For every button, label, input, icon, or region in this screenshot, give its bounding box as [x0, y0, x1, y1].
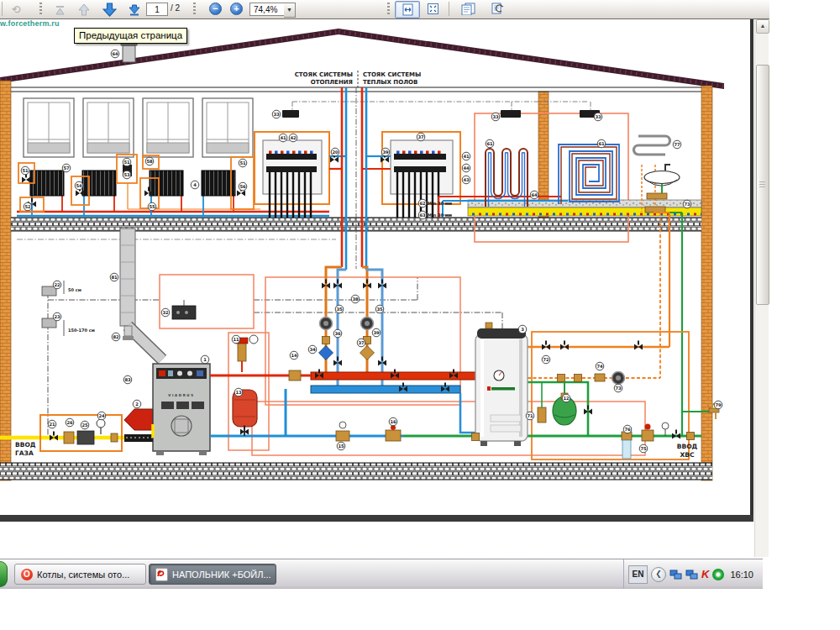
- zoom-out-button[interactable]: −: [209, 3, 222, 15]
- callout-72: 72: [542, 355, 550, 364]
- toolbar-grip[interactable]: [193, 3, 196, 15]
- hide-icons-button[interactable]: ❮: [651, 567, 666, 582]
- svg-text:41: 41: [280, 135, 286, 140]
- taskbar-clock: 16:10: [730, 570, 753, 580]
- svg-text:61: 61: [486, 141, 493, 146]
- svg-text:26: 26: [66, 420, 73, 425]
- first-page-button[interactable]: [49, 1, 71, 18]
- svg-text:ХВС: ХВС: [680, 451, 694, 459]
- svg-text:39: 39: [373, 330, 380, 335]
- svg-text:63: 63: [419, 213, 426, 218]
- svg-text:ТЕПЛЫХ ПОЛОВ: ТЕПЛЫХ ПОЛОВ: [363, 79, 417, 86]
- svg-text:24: 24: [98, 413, 105, 418]
- rotate-view-button[interactable]: [486, 1, 511, 17]
- page-number-input[interactable]: 1: [146, 3, 168, 16]
- network-icon[interactable]: [685, 569, 698, 580]
- svg-text:33: 33: [595, 114, 601, 119]
- svg-text:4: 4: [193, 182, 197, 187]
- network-icon[interactable]: [669, 569, 682, 580]
- taskbar-button-pdf[interactable]: НАПОЛЬНИК +БОЙЛ...: [149, 564, 276, 585]
- callout-44: 44: [462, 164, 470, 172]
- start-button[interactable]: [0, 561, 8, 587]
- callout-12: 12: [562, 394, 570, 402]
- svg-text:3: 3: [521, 327, 524, 332]
- wall-thermostats: 50 см 150-170 см: [42, 281, 95, 336]
- svg-text:ВВОД: ВВОД: [677, 443, 698, 450]
- fit-page-button[interactable]: [422, 1, 444, 17]
- svg-text:13: 13: [235, 390, 242, 395]
- callout-16: 16: [389, 417, 397, 426]
- svg-text:79: 79: [715, 402, 722, 407]
- svg-text:38: 38: [352, 297, 359, 302]
- language-indicator[interactable]: EN: [628, 565, 648, 584]
- next-page-button[interactable]: [96, 1, 123, 18]
- svg-text:57: 57: [63, 165, 70, 171]
- svg-text:74: 74: [596, 364, 603, 369]
- two-pages-icon: [460, 3, 476, 15]
- previous-page-button[interactable]: [72, 1, 96, 18]
- previous-view-button[interactable]: ⟲: [5, 1, 27, 18]
- taskbar-button-browser[interactable]: O Котлы, системы ото...: [14, 564, 146, 585]
- svg-text:71: 71: [527, 413, 533, 418]
- callout-13: 13: [234, 388, 243, 396]
- svg-text:21: 21: [49, 422, 55, 427]
- scroll-up-button[interactable]: ▲: [756, 19, 769, 34]
- callout-4: 4: [191, 181, 199, 189]
- page-display-button[interactable]: [455, 1, 480, 17]
- callout-55: 55: [148, 202, 156, 211]
- fit-width-button[interactable]: [395, 1, 420, 18]
- toolbar-grip[interactable]: [39, 3, 42, 15]
- page-watermark-link: w.forcetherm.ru: [0, 19, 60, 28]
- kaspersky-icon[interactable]: K: [701, 568, 709, 580]
- svg-text:42: 42: [290, 135, 297, 140]
- svg-text:33: 33: [492, 114, 499, 119]
- callout-20: 20: [331, 148, 339, 156]
- svg-text:16: 16: [390, 419, 396, 424]
- svg-text:51: 51: [123, 160, 130, 165]
- svg-text:35: 35: [336, 307, 343, 312]
- taskbar: O Котлы, системы ото... НАПОЛЬНИК +БОЙЛ.…: [0, 559, 763, 589]
- callout-3: 3: [518, 325, 527, 333]
- callout-36: 36: [333, 329, 342, 338]
- task-label: Котлы, системы ото...: [37, 570, 129, 580]
- callout-81: 81: [110, 273, 118, 281]
- pump-station: [210, 267, 645, 455]
- svg-text:36: 36: [334, 331, 341, 336]
- callout-24: 24: [97, 412, 106, 420]
- page-total-label: / 2: [171, 3, 180, 13]
- svg-text:56: 56: [239, 184, 246, 189]
- windows: [24, 98, 253, 157]
- callout-41: 41: [462, 152, 470, 160]
- last-page-button[interactable]: [123, 1, 146, 18]
- svg-text:73: 73: [684, 202, 690, 207]
- svg-text:77: 77: [674, 142, 680, 147]
- water-heater: [472, 323, 528, 446]
- callout-35: 35: [335, 305, 344, 313]
- callout-61: 61: [486, 139, 494, 148]
- svg-text:39: 39: [382, 150, 389, 155]
- down-arrow-icon: [102, 3, 117, 17]
- green-tray-icon[interactable]: [712, 569, 724, 580]
- callout-14: 14: [290, 351, 298, 360]
- zoom-dropdown-button[interactable]: ▼: [284, 3, 296, 18]
- callout-37: 37: [357, 339, 365, 347]
- zoom-level-input[interactable]: 74,4%: [249, 3, 288, 16]
- callout-53: 53: [123, 171, 131, 179]
- toolbar-grip[interactable]: [387, 3, 390, 15]
- acrobat-icon: [155, 568, 168, 581]
- callout-35: 35: [375, 305, 384, 313]
- callout-39: 39: [372, 328, 381, 337]
- zoom-in-button[interactable]: +: [230, 3, 243, 15]
- callout-23: 23: [53, 312, 61, 321]
- callout-26: 26: [66, 418, 74, 427]
- vertical-scrollbar[interactable]: ▲: [754, 19, 769, 557]
- scrollbar-thumb[interactable]: [756, 65, 769, 305]
- svg-text:55: 55: [149, 204, 155, 209]
- svg-text:12: 12: [563, 396, 570, 401]
- callout-1: 1: [201, 355, 209, 364]
- manifold-heating: [255, 132, 346, 218]
- callout-25: 25: [81, 421, 89, 429]
- bathroom: [634, 136, 683, 436]
- svg-text:83: 83: [124, 377, 131, 382]
- page-bottom-edge: [0, 515, 753, 522]
